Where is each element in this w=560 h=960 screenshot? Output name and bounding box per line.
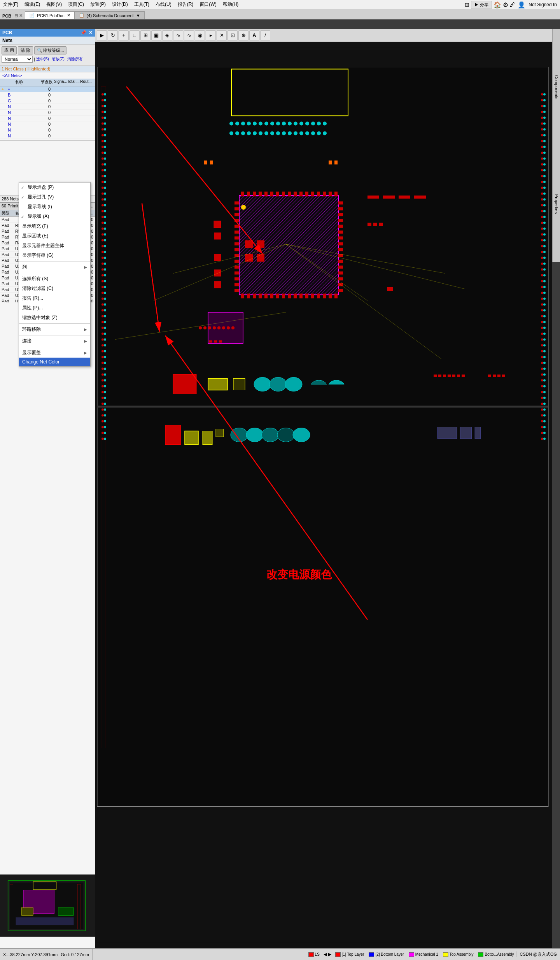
ctx-show-vias[interactable]: ✓ 显示过孔 (V) (19, 192, 90, 202)
tool-circle[interactable]: ◉ (195, 30, 205, 40)
menu-edit[interactable]: 编辑(E) (21, 0, 43, 9)
net-row[interactable]: G 0 (0, 98, 95, 104)
tool-rotate[interactable]: ↻ (108, 30, 118, 40)
panel-close-icon[interactable]: ✕ (89, 30, 93, 35)
ctx-select-all[interactable]: 选择所有 (S) (19, 274, 90, 284)
ctx-connect[interactable]: 连接 ▶ (19, 336, 90, 346)
tool-cross[interactable]: ✕ (217, 30, 227, 40)
ctx-change-net-color[interactable]: Change Net Color (19, 358, 90, 366)
ctx-show-tracks[interactable]: ✓ 显示导线 (I) (19, 202, 90, 212)
net-row[interactable]: N 0 (0, 104, 95, 110)
svg-point-123 (102, 409, 104, 411)
display-mode-select[interactable]: Normal (2, 56, 33, 63)
net-row[interactable]: N 0 (0, 110, 95, 116)
pcb-doc-tab[interactable]: 📄 PCB1.PcbDoc ✕ (25, 11, 74, 19)
next-layer-btn[interactable]: ▶ (328, 952, 331, 957)
svg-rect-321 (299, 294, 303, 298)
pcb-design-area[interactable] (95, 42, 552, 948)
minimap[interactable] (0, 874, 95, 937)
svg-point-239 (541, 397, 543, 399)
share-button[interactable]: ▶ 分享 (471, 1, 492, 9)
svg-point-252 (543, 432, 546, 434)
net-row[interactable]: B 0 (0, 92, 95, 98)
zoom-etc-button[interactable]: 🔍缩放等级... (34, 46, 66, 54)
svg-point-260 (259, 122, 262, 126)
ctx-show-fills[interactable]: 显示填充 (F) (19, 221, 90, 231)
ctx-zoom-selected[interactable]: 缩放选中对象 (Z) (19, 313, 90, 323)
svg-rect-302 (288, 192, 291, 197)
tool-wave1[interactable]: ∿ (173, 30, 183, 40)
ctx-show-overlay[interactable]: 显示覆盖 ▶ (19, 348, 90, 358)
net-row[interactable]: N 0 (0, 133, 95, 139)
all-nets-row[interactable]: <All Nets> (0, 72, 95, 79)
net-row[interactable]: N 0 (0, 127, 95, 133)
apply-button[interactable]: 应 用 (2, 46, 17, 54)
ctx-show-arcs[interactable]: ✓ 显示弧 (A) (19, 212, 90, 221)
menu-help[interactable]: 帮助(H) (220, 0, 242, 9)
menu-project[interactable]: 项目(C) (65, 0, 87, 9)
svg-point-43 (102, 175, 104, 177)
tool-rect[interactable]: □ (130, 30, 140, 40)
select-label[interactable]: 选中(S) (36, 56, 49, 62)
menu-window[interactable]: 窗口(W) (196, 0, 219, 9)
svg-rect-407 (452, 375, 455, 377)
svg-rect-319 (288, 294, 291, 298)
svg-point-141 (541, 111, 543, 113)
net-row[interactable]: N 0 (0, 116, 95, 121)
tool-arrow[interactable]: ▸ (206, 30, 216, 40)
tool-add[interactable]: + (119, 30, 129, 40)
svg-point-183 (541, 233, 543, 236)
svg-point-200 (543, 280, 546, 283)
net-row[interactable]: N 0 (0, 121, 95, 127)
layer-bottom-assembly[interactable]: Botto...Assembly (476, 952, 516, 957)
menu-route[interactable]: 布线(U) (152, 0, 175, 9)
ctx-show-strings[interactable]: 显示字符串 (G) (19, 251, 90, 260)
components-panel-tab[interactable]: Components (552, 29, 560, 146)
tool-grid[interactable]: ⊞ (140, 30, 150, 40)
menu-view[interactable]: 视图(V) (43, 0, 65, 9)
svg-point-160 (543, 163, 546, 166)
ctx-properties[interactable]: 属性 (P)... (19, 303, 90, 313)
menu-design[interactable]: 设计(D) (109, 0, 131, 9)
ctx-columns[interactable]: 列 ▶ (19, 262, 90, 272)
ctx-show-comp-body[interactable]: 显示元器件主题主体 (19, 241, 90, 251)
ctx-loop-remove[interactable]: 环路移除 ▶ (19, 325, 90, 334)
menu-report[interactable]: 报告(R) (175, 0, 197, 9)
clear-button[interactable]: 清 除 (18, 46, 33, 54)
menu-tools[interactable]: 工具(T) (131, 0, 152, 9)
tab-schematic-label: (4) Schematic Document (87, 13, 134, 18)
menu-place[interactable]: 放置(P) (87, 0, 109, 9)
ctx-show-regions[interactable]: 显示区域 (E) (19, 231, 90, 241)
tool-select[interactable]: ▶ (97, 30, 107, 40)
prev-layer-btn[interactable]: ◀ (324, 952, 327, 957)
tool-wave2[interactable]: ∿ (184, 30, 194, 40)
svg-point-118 (104, 391, 106, 393)
svg-point-233 (541, 379, 543, 382)
tool-line[interactable]: / (260, 30, 270, 40)
properties-panel-tab[interactable]: Properties (552, 146, 560, 262)
zoom-label[interactable]: 缩放(Z) (52, 56, 65, 62)
tool-fan[interactable]: ◈ (162, 30, 172, 40)
ctx-report[interactable]: 报告 (R)... (19, 293, 90, 303)
tool-dotgrid[interactable]: ⊡ (228, 30, 238, 40)
tool-text[interactable]: A (249, 30, 259, 40)
csdn-branding: CSDN @嵌入式OG (516, 951, 560, 957)
tool-mixed[interactable]: ▣ (151, 30, 161, 40)
tool-plus-circle[interactable]: ⊕ (238, 30, 248, 40)
layer-top[interactable]: [1] Top Layer (333, 952, 367, 957)
svg-rect-348 (338, 225, 343, 228)
layer-ls[interactable]: LS (306, 952, 322, 957)
layer-mechanical[interactable]: Mechanical 1 (406, 952, 441, 957)
layer-bottom[interactable]: [2] Bottom Layer (366, 952, 406, 957)
menu-file[interactable]: 文件(F) (0, 0, 21, 9)
schematic-tab[interactable]: 📋 (4) Schematic Document ▼ (75, 11, 145, 19)
svg-point-223 (541, 350, 543, 353)
net-row[interactable]: + + 0 (0, 86, 95, 92)
clear-filter-label[interactable]: 清除所有 (67, 56, 83, 62)
ctx-show-pads[interactable]: ✓ 显示焊盘 (P) (19, 183, 90, 192)
ctx-clear-filter[interactable]: 清除过滤器 (C) (19, 284, 90, 293)
layer-top-assembly[interactable]: Top Assembly (441, 952, 476, 957)
svg-point-210 (543, 309, 546, 312)
panel-pin-icon[interactable]: 📌 (80, 30, 86, 35)
svg-point-164 (543, 175, 546, 177)
